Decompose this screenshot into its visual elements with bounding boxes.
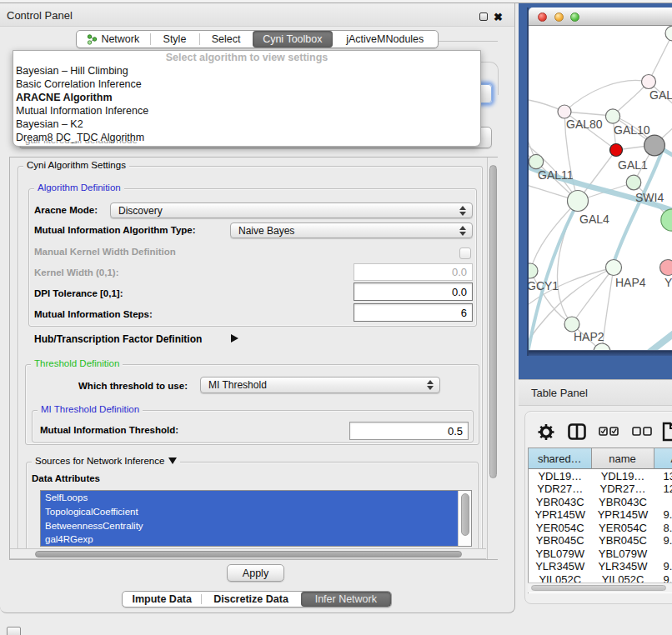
scrollbar-thumb[interactable]: [35, 551, 462, 558]
data-attributes-list[interactable]: SelfLoopsTopologicalCoefficientBetweenne…: [40, 490, 472, 547]
manual-kernel-label: Manual Kernel Width Definition: [34, 247, 176, 257]
tab-style[interactable]: Style: [150, 31, 200, 48]
popup-item-basic-correlation-inference[interactable]: Basic Correlation Inference: [13, 78, 480, 91]
node-swi4-label: SWI4: [635, 191, 664, 204]
node-gal4-label: GAL4: [579, 212, 609, 226]
popup-item-bayesian-hill-climbing[interactable]: Bayesian – Hill Climbing: [13, 64, 480, 78]
node-gcy1[interactable]: [529, 263, 538, 278]
node-gal4[interactable]: [568, 191, 589, 212]
bottom-tab-impute-data[interactable]: Impute Data: [123, 592, 201, 607]
table-horizontal-scrollbar[interactable]: [528, 582, 672, 592]
apply-button[interactable]: Apply: [227, 564, 284, 582]
node-hap4[interactable]: [606, 260, 622, 276]
node-big-green[interactable]: [661, 209, 672, 231]
tab-network[interactable]: Network: [77, 31, 150, 48]
dock-panel-icon[interactable]: [7, 627, 21, 635]
network-window-bottom-edge: [529, 350, 672, 356]
kernel-width-label: Kernel Width (0,1):: [34, 268, 118, 278]
popup-item-mutual-information-inference[interactable]: Mutual Information Inference: [13, 104, 480, 118]
popup-item-aracne-algorithm[interactable]: ARACNE Algorithm: [13, 91, 480, 104]
close-icon[interactable]: ✖: [494, 11, 505, 28]
node-gal1[interactable]: [610, 144, 623, 157]
dpi-tolerance-field[interactable]: 0.0: [354, 282, 473, 301]
table-row[interactable]: YBL079WYBL079W: [529, 548, 672, 561]
node-swi4[interactable]: [626, 175, 641, 190]
checked-columns-icon[interactable]: [599, 427, 619, 436]
mi-threshold-field[interactable]: 0.5: [349, 422, 469, 440]
table-cell: YBL079W: [592, 548, 654, 561]
bottom-tab-infer-network[interactable]: Infer Network: [301, 592, 391, 607]
combo-arrows-icon: [427, 380, 434, 390]
attribute-item-selfloops[interactable]: SelfLoops: [41, 491, 459, 505]
table-cell: [654, 496, 672, 509]
attribute-item-gal4rgexp[interactable]: gal4RGexp: [41, 532, 459, 547]
column-header-attribute[interactable]: A: [654, 448, 672, 469]
column-header-shared-name[interactable]: shared…: [529, 448, 592, 469]
table-row[interactable]: YPR145WYPR145W9.: [529, 508, 672, 522]
algorithm-definition-title: Algorithm Definition: [34, 182, 124, 192]
attribute-item-betweennesscentrality[interactable]: BetweennessCentrality: [41, 519, 459, 533]
aracne-mode-label: Aracne Mode:: [34, 205, 98, 215]
minimize-traffic-light-icon[interactable]: [554, 12, 564, 22]
node-gal11[interactable]: [529, 154, 543, 168]
settings-horizontal-scrollbar[interactable]: [10, 548, 486, 559]
table-cell: YDL19…: [592, 470, 654, 483]
kernel-width-value: 0.0: [452, 266, 467, 278]
node-bottom[interactable]: [594, 343, 610, 350]
float-window-icon[interactable]: [479, 12, 488, 21]
table-cell: YER054C: [529, 522, 592, 535]
column-header-name[interactable]: name: [592, 448, 654, 469]
table-row[interactable]: YBR045CYBR045C9.: [529, 534, 672, 548]
mi-steps-value: 6: [461, 307, 467, 319]
unchecked-columns-icon[interactable]: [632, 427, 652, 436]
manual-kernel-checkbox[interactable]: [459, 248, 471, 259]
close-traffic-light-icon[interactable]: [538, 12, 547, 22]
mi-type-value: Naive Bayes: [238, 225, 294, 237]
network-edge: [564, 80, 649, 112]
tab-cyni-toolbox[interactable]: Cyni Toolbox: [253, 31, 333, 48]
table-row[interactable]: YDL19…YDL19…13: [529, 470, 672, 483]
node-gal10[interactable]: [605, 109, 619, 123]
node-gal-edge[interactable]: [642, 75, 656, 89]
dpi-tolerance-value: 0.0: [452, 286, 467, 298]
gear-icon[interactable]: [538, 422, 554, 441]
bottom-tab-discretize-data[interactable]: Discretize Data: [201, 592, 300, 607]
node-gcy1-label: GCY1: [529, 279, 559, 292]
table-cell: YBR043C: [592, 496, 654, 509]
aracne-mode-combo[interactable]: Discovery: [110, 202, 473, 218]
node-salmon[interactable]: [660, 260, 672, 276]
node-gal80[interactable]: [558, 105, 571, 118]
mi-type-combo[interactable]: Naive Bayes: [230, 222, 473, 238]
zoom-traffic-light-icon[interactable]: [570, 12, 579, 22]
hub-expand-arrow-icon[interactable]: [231, 334, 238, 342]
network-canvas[interactable]: GALGAL80GAL10GAL1SWI4GAL11GAL4YHAP4GCY1H…: [529, 26, 672, 350]
node-gray[interactable]: [644, 135, 665, 156]
scrollbar-thumb[interactable]: [489, 165, 497, 478]
mi-steps-field[interactable]: 6: [354, 303, 473, 322]
table-row[interactable]: YER054CYER054C8.: [529, 522, 672, 535]
table-row[interactable]: YDR27…YDR27…12: [529, 482, 672, 496]
which-threshold-combo[interactable]: MI Threshold: [200, 377, 440, 393]
node-hap2-label: HAP2: [574, 330, 604, 343]
node-top[interactable]: [665, 26, 672, 41]
node-attribute-table[interactable]: shared…nameA YDL19…YDL19…13YDR27…YDR27…1…: [528, 448, 672, 593]
split-columns-icon[interactable]: [568, 423, 586, 440]
network-window-titlebar[interactable]: [529, 8, 672, 26]
attribute-item-topologicalcoefficient[interactable]: TopologicalCoefficient: [41, 505, 459, 519]
settings-vertical-scrollbar[interactable]: [487, 158, 498, 559]
tab-jactivemnodules[interactable]: jActiveMNodules: [333, 31, 438, 48]
combo-arrows-icon: [459, 206, 466, 216]
tab-select[interactable]: Select: [199, 31, 253, 48]
popup-item-bayesian-k2[interactable]: Bayesian – K2: [13, 118, 480, 131]
attribute-list-vertical-scrollbar[interactable]: [458, 491, 471, 546]
tab-label: Style: [163, 33, 187, 45]
sources-collapse-arrow-icon[interactable]: [168, 458, 177, 464]
scrollbar-thumb[interactable]: [461, 493, 469, 536]
attribute-items: SelfLoopsTopologicalCoefficientBetweenne…: [41, 491, 471, 547]
table-row[interactable]: YLR345WYLR345W9.: [529, 560, 672, 573]
kernel-width-field[interactable]: 0.0: [354, 263, 473, 281]
export-file-icon[interactable]: [662, 422, 672, 442]
table-cell: YBR045C: [529, 534, 592, 548]
table-row[interactable]: YBR043CYBR043C: [529, 496, 672, 509]
scrollbar-thumb[interactable]: [531, 585, 666, 591]
